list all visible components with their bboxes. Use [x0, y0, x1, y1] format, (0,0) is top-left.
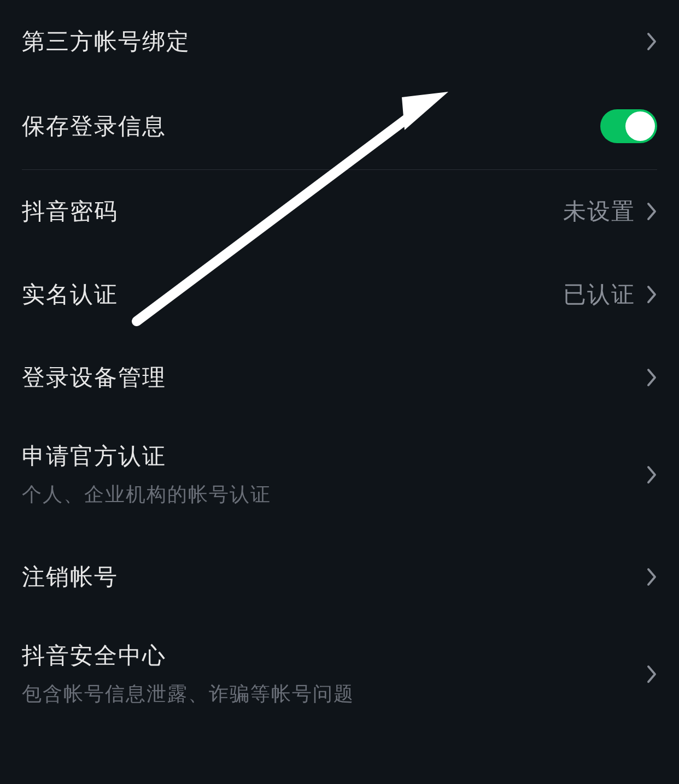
setting-sublabel: 个人、企业机构的帐号认证	[22, 481, 271, 508]
setting-sublabel: 包含帐号信息泄露、诈骗等帐号问题	[22, 681, 354, 708]
setting-third-party-binding[interactable]: 第三方帐号绑定	[22, 0, 657, 83]
setting-security-center[interactable]: 抖音安全中心 包含帐号信息泄露、诈骗等帐号问题	[22, 618, 657, 735]
setting-label: 申请官方认证	[22, 441, 271, 471]
setting-label: 抖音安全中心	[22, 640, 354, 671]
setting-label: 第三方帐号绑定	[22, 26, 190, 57]
setting-deactivate-account[interactable]: 注销帐号	[22, 535, 657, 618]
setting-login-device-management[interactable]: 登录设备管理	[22, 336, 657, 419]
setting-label: 注销帐号	[22, 562, 118, 592]
toggle-knob	[625, 111, 655, 141]
setting-official-certification[interactable]: 申请官方认证 个人、企业机构的帐号认证	[22, 419, 657, 535]
setting-label: 登录设备管理	[22, 362, 166, 393]
chevron-right-icon	[646, 465, 657, 485]
setting-douyin-password[interactable]: 抖音密码 未设置	[22, 170, 657, 253]
setting-label: 保存登录信息	[22, 111, 166, 142]
toggle-save-login[interactable]	[600, 109, 657, 143]
setting-label: 实名认证	[22, 279, 118, 310]
chevron-right-icon	[646, 202, 657, 221]
chevron-right-icon	[646, 368, 657, 387]
setting-value: 已认证	[563, 279, 635, 310]
chevron-right-icon	[646, 32, 657, 51]
setting-value: 未设置	[563, 196, 635, 227]
chevron-right-icon	[646, 285, 657, 304]
setting-label: 抖音密码	[22, 196, 118, 227]
chevron-right-icon	[646, 567, 657, 587]
setting-save-login-info[interactable]: 保存登录信息	[22, 83, 657, 169]
chevron-right-icon	[646, 664, 657, 684]
setting-real-name-verification[interactable]: 实名认证 已认证	[22, 253, 657, 336]
